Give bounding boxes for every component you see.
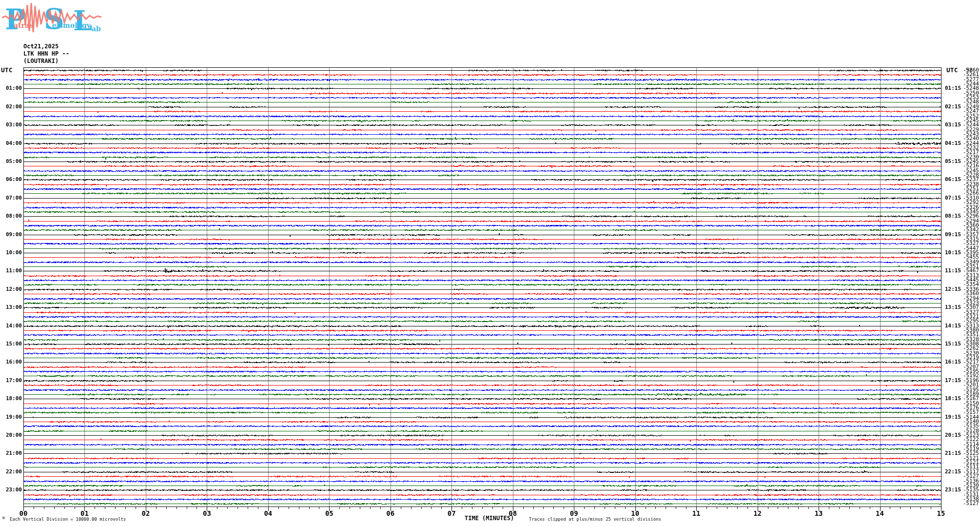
hour-label-left: 15:00	[0, 341, 22, 347]
hour-label-left: 12:00	[0, 286, 22, 292]
psl-logo: P S L atras eismology ab	[2, 1, 102, 37]
hour-label-left: 20:00	[0, 432, 22, 438]
hour-label-left: 09:00	[0, 232, 22, 238]
hour-label-left: 04:00	[0, 141, 22, 146]
minute-label: 14	[870, 509, 890, 517]
hour-label-left: 11:00	[0, 268, 22, 274]
hour-label-left: 02:00	[0, 104, 22, 110]
minute-label: 11	[686, 509, 706, 517]
clip-note: Traces clipped at plus/minus 25 vertical…	[529, 517, 661, 522]
hour-label-left: 08:00	[0, 213, 22, 219]
minute-label: 02	[136, 509, 156, 517]
hour-label-left: 23:00	[0, 487, 22, 493]
header-date: Oct21,2025	[23, 43, 59, 50]
minute-label: 07	[442, 509, 461, 517]
hour-label-left: 06:00	[0, 177, 22, 182]
logo-letter-l: L	[73, 4, 92, 37]
minute-label: 04	[258, 509, 278, 517]
hour-label-left: 19:00	[0, 414, 22, 420]
hour-label-left: 14:00	[0, 323, 22, 329]
minute-label: 13	[809, 509, 828, 517]
logo-letter-p: P	[5, 3, 26, 36]
hour-label-left: 21:00	[0, 450, 22, 456]
logo-word-atras: atras	[14, 21, 33, 29]
hour-label-left: 03:00	[0, 122, 22, 128]
hour-label-left: 01:00	[0, 85, 22, 91]
hour-label-left: 13:00	[0, 304, 22, 310]
trace-offset-value: -5127	[958, 501, 979, 506]
corner-mark: m	[2, 516, 5, 520]
scale-note: Each Vertical Division = 10000.00 microv…	[10, 517, 126, 522]
minute-label: 12	[748, 509, 767, 517]
offset-overlap-value: -98	[963, 68, 973, 72]
minute-label: 15	[931, 509, 951, 517]
minute-label: 00	[14, 509, 33, 517]
utc-label-right: UTC	[946, 66, 958, 74]
minute-label: 01	[75, 509, 94, 517]
hour-label-left: 07:00	[0, 195, 22, 201]
utc-label-left: UTC	[1, 66, 12, 74]
time-axis-title: TIME (MINUTES)	[465, 515, 514, 522]
logo-word-ab: ab	[92, 25, 101, 33]
hour-label-left: 17:00	[0, 378, 22, 384]
header-station: LTK HHN HP --	[23, 50, 69, 58]
hour-label-left: 22:00	[0, 469, 22, 475]
minute-label: 03	[197, 509, 216, 517]
hour-label-left: 16:00	[0, 359, 22, 365]
minute-label: 10	[626, 509, 645, 517]
helicorder-plot-canvas	[0, 0, 980, 527]
hour-label-left: 10:00	[0, 250, 22, 256]
minute-label: 05	[319, 509, 339, 517]
header-location: (LOUTRAKI)	[23, 58, 59, 65]
minute-label: 06	[381, 509, 400, 517]
hour-label-left: 18:00	[0, 396, 22, 402]
helicorder-page: P S L atras eismology ab Oct21,2025 LTK …	[0, 0, 980, 527]
hour-label-left: 05:00	[0, 159, 22, 164]
logo-word-eismology: eismology	[52, 21, 91, 29]
minute-label: 09	[564, 509, 584, 517]
